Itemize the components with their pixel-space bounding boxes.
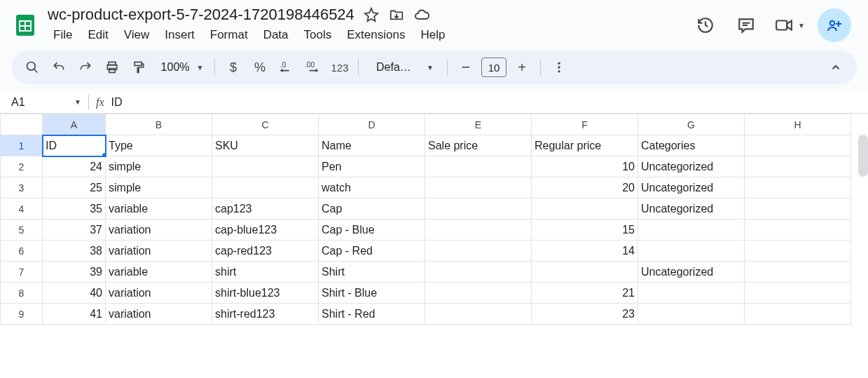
cell[interactable]: 41 bbox=[43, 304, 106, 325]
row-header[interactable]: 8 bbox=[1, 283, 43, 304]
cell[interactable]: Shirt - Red bbox=[319, 304, 425, 325]
cell[interactable]: 15 bbox=[532, 220, 638, 241]
cell[interactable]: simple bbox=[106, 156, 212, 177]
cell[interactable]: Cap - Blue bbox=[319, 220, 425, 241]
vertical-scrollbar[interactable] bbox=[858, 135, 868, 177]
cell[interactable]: Uncategorized bbox=[638, 177, 745, 198]
cell[interactable]: Uncategorized bbox=[638, 198, 745, 220]
cell[interactable] bbox=[745, 304, 851, 325]
currency-button[interactable]: $ bbox=[221, 55, 246, 80]
cell[interactable] bbox=[425, 156, 532, 177]
menu-help[interactable]: Help bbox=[413, 25, 452, 45]
zoom-select[interactable]: 100%▼ bbox=[153, 55, 209, 80]
cell[interactable] bbox=[212, 156, 319, 177]
cell[interactable] bbox=[638, 241, 745, 262]
name-box[interactable]: A1 ▼ bbox=[11, 96, 81, 109]
comments-icon[interactable] bbox=[732, 11, 760, 39]
menu-view[interactable]: View bbox=[117, 25, 157, 45]
cell[interactable] bbox=[745, 283, 851, 304]
cell[interactable] bbox=[638, 283, 745, 304]
row-header[interactable]: 7 bbox=[1, 262, 43, 283]
cell[interactable]: cap-blue123 bbox=[212, 220, 319, 241]
star-icon[interactable] bbox=[363, 6, 380, 23]
row-header[interactable]: 6 bbox=[1, 241, 43, 262]
menu-extensions[interactable]: Extensions bbox=[340, 25, 412, 45]
cell[interactable] bbox=[425, 220, 532, 241]
cell[interactable] bbox=[745, 135, 851, 156]
cell[interactable] bbox=[745, 220, 851, 241]
cell[interactable]: Uncategorized bbox=[638, 156, 745, 177]
cell[interactable]: Shirt bbox=[319, 262, 425, 283]
cell[interactable]: 21 bbox=[532, 283, 638, 304]
row-header[interactable]: 5 bbox=[1, 220, 43, 241]
cloud-status-icon[interactable] bbox=[413, 6, 430, 23]
cell[interactable] bbox=[532, 198, 638, 220]
column-header[interactable]: A bbox=[43, 114, 106, 135]
search-icon[interactable] bbox=[20, 55, 45, 80]
menu-data[interactable]: Data bbox=[256, 25, 296, 45]
cell[interactable]: variable bbox=[106, 198, 212, 220]
paint-format-icon[interactable] bbox=[126, 55, 151, 80]
history-icon[interactable] bbox=[691, 11, 719, 39]
column-header[interactable]: C bbox=[212, 114, 319, 135]
cell[interactable] bbox=[532, 262, 638, 283]
cell[interactable]: shirt-red123 bbox=[212, 304, 319, 325]
cell[interactable]: ID bbox=[43, 135, 106, 156]
formula-input[interactable]: ID bbox=[111, 96, 123, 109]
cell[interactable] bbox=[745, 156, 851, 177]
print-icon[interactable] bbox=[99, 55, 125, 80]
column-header[interactable]: H bbox=[745, 114, 851, 135]
cell[interactable] bbox=[212, 177, 319, 198]
cell[interactable]: Type bbox=[106, 135, 212, 156]
row-header[interactable]: 4 bbox=[1, 198, 43, 220]
cell[interactable]: simple bbox=[106, 177, 212, 198]
cell[interactable]: shirt bbox=[212, 262, 319, 283]
cell[interactable] bbox=[745, 177, 851, 198]
cell[interactable]: Categories bbox=[638, 135, 745, 156]
cell[interactable]: watch bbox=[319, 177, 425, 198]
column-header[interactable]: F bbox=[532, 114, 638, 135]
menu-insert[interactable]: Insert bbox=[158, 25, 202, 45]
menu-file[interactable]: File bbox=[46, 25, 79, 45]
menu-format[interactable]: Format bbox=[203, 25, 255, 45]
cell[interactable] bbox=[745, 198, 851, 220]
cell[interactable]: Cap - Red bbox=[319, 241, 425, 262]
cell[interactable]: variable bbox=[106, 262, 212, 283]
cell[interactable]: Cap bbox=[319, 198, 425, 220]
cell[interactable]: variation bbox=[106, 220, 212, 241]
cell[interactable]: cap-red123 bbox=[212, 241, 319, 262]
row-header[interactable]: 3 bbox=[1, 177, 43, 198]
cell[interactable] bbox=[425, 198, 532, 220]
cell[interactable]: 24 bbox=[43, 156, 106, 177]
cell[interactable] bbox=[425, 241, 532, 262]
row-header[interactable]: 9 bbox=[1, 304, 43, 325]
column-header[interactable]: D bbox=[319, 114, 425, 135]
cell[interactable]: Regular price bbox=[532, 135, 638, 156]
number-format-button[interactable]: 123 bbox=[327, 55, 352, 80]
cell[interactable] bbox=[638, 304, 745, 325]
decrease-font-size-button[interactable]: − bbox=[453, 55, 478, 80]
cell[interactable]: cap123 bbox=[212, 198, 319, 220]
cell[interactable]: Pen bbox=[319, 156, 425, 177]
cell[interactable]: 14 bbox=[532, 241, 638, 262]
cell[interactable] bbox=[425, 304, 532, 325]
document-title[interactable]: wc-product-export-5-7-2024-1720198446524 bbox=[48, 6, 354, 24]
increase-font-size-button[interactable]: + bbox=[509, 55, 535, 80]
decrease-decimal-icon[interactable]: .0 bbox=[274, 55, 299, 80]
cell[interactable]: variation bbox=[106, 304, 212, 325]
cell[interactable] bbox=[425, 262, 532, 283]
cell[interactable] bbox=[638, 220, 745, 241]
font-size-input[interactable]: 10 bbox=[481, 58, 507, 77]
move-icon[interactable] bbox=[388, 6, 405, 23]
cell[interactable] bbox=[425, 177, 532, 198]
share-button[interactable] bbox=[818, 8, 851, 42]
increase-decimal-icon[interactable]: .00 bbox=[301, 55, 326, 80]
redo-icon[interactable] bbox=[73, 55, 98, 80]
percent-button[interactable]: % bbox=[247, 55, 273, 80]
cell[interactable]: 35 bbox=[43, 198, 106, 220]
cell[interactable]: Sale price bbox=[425, 135, 532, 156]
font-select[interactable]: Defaul...▼ bbox=[364, 55, 441, 80]
spreadsheet-grid[interactable]: A B C D E F G H 1IDTypeSKUNameSale price… bbox=[0, 114, 851, 325]
row-header[interactable]: 1 bbox=[1, 135, 43, 156]
meet-icon[interactable] bbox=[773, 11, 795, 39]
